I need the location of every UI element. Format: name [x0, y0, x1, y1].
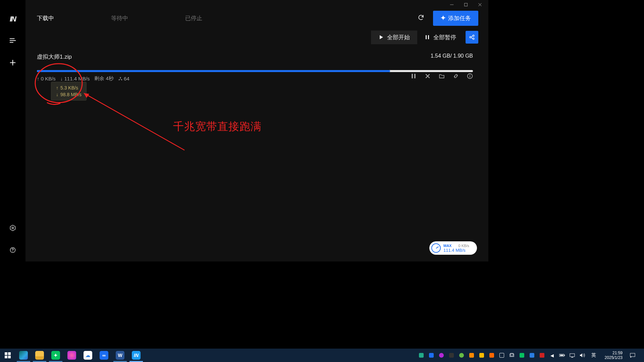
- speed-widget[interactable]: MAX0 KB/s 111.4 MB/s: [429, 241, 477, 255]
- item-actions: [411, 73, 473, 80]
- svg-rect-29: [5, 356, 7, 358]
- settings-icon[interactable]: [9, 225, 16, 233]
- svg-rect-27: [5, 352, 7, 355]
- tray-icon[interactable]: [459, 352, 465, 358]
- help-icon[interactable]: [9, 247, 16, 255]
- tray-icon[interactable]: [529, 352, 535, 358]
- tray-chevron-icon[interactable]: ◀: [549, 352, 555, 358]
- svg-rect-10: [428, 35, 429, 39]
- add-task-button[interactable]: ✦ 添加任务: [433, 11, 478, 26]
- info-button[interactable]: [467, 73, 473, 80]
- tooltip-upload: 5.3 KB/s: [60, 84, 78, 91]
- ime-indicator[interactable]: 英: [589, 352, 598, 358]
- arrow-up-icon: ↑: [56, 84, 58, 91]
- battery-icon[interactable]: [559, 352, 565, 358]
- tab-stopped[interactable]: 已停止: [185, 14, 202, 22]
- tray-icon[interactable]: [428, 352, 434, 358]
- tab-waiting[interactable]: 等待中: [111, 14, 128, 22]
- volume-icon[interactable]: [579, 352, 585, 358]
- tray-icon[interactable]: [448, 352, 454, 358]
- svg-rect-35: [560, 355, 563, 356]
- file-size: 1.54 GB/ 1.90 GB: [431, 53, 473, 59]
- action-bar: 全部开始 全部暂停: [371, 31, 478, 44]
- speed-tooltip: ↑5.3 KB/s ↓98.8 MB/s: [51, 82, 87, 101]
- clock[interactable]: 21:59 2025/1/23: [602, 351, 625, 360]
- svg-rect-32: [511, 353, 513, 356]
- svg-point-22: [470, 75, 470, 75]
- start-all-button[interactable]: 全部开始: [371, 31, 417, 44]
- tray-icon[interactable]: [509, 352, 515, 358]
- svg-rect-23: [470, 76, 470, 78]
- taskbar-app-pink[interactable]: [64, 349, 80, 362]
- pause-all-button[interactable]: 全部暂停: [417, 31, 464, 44]
- tab-bar: 下载中 等待中 已停止: [25, 14, 202, 22]
- tray-icon[interactable]: [479, 352, 485, 358]
- share-button[interactable]: [466, 31, 478, 44]
- svg-rect-17: [412, 74, 413, 78]
- download-item[interactable]: 虚拟大师1.zip 1.54 GB/ 1.90 GB ↑ 0 KB/s ↓ 11…: [37, 53, 473, 82]
- time-remaining: 剩余 4秒: [94, 75, 114, 82]
- pause-all-label: 全部暂停: [433, 34, 456, 41]
- file-name: 虚拟大师1.zip: [37, 53, 473, 61]
- refresh-button[interactable]: [418, 14, 424, 22]
- taskbar-wechat[interactable]: ✦: [48, 349, 64, 362]
- progress-fill: [37, 70, 390, 72]
- tray-icon[interactable]: [519, 352, 525, 358]
- app-window: IN 下载中 等待中 已停止 ✦ 添加任务 全部开始 全部暂: [0, 0, 488, 261]
- menu-icon[interactable]: [9, 37, 16, 46]
- svg-marker-4: [10, 225, 15, 231]
- show-desktop[interactable]: [640, 349, 642, 362]
- notifications-button[interactable]: [629, 349, 636, 362]
- tooltip-download: 98.8 MB/s: [60, 91, 82, 98]
- network-icon[interactable]: [569, 352, 575, 358]
- tray-icon[interactable]: [438, 352, 444, 358]
- taskbar-app-cloud[interactable]: ☁: [80, 349, 96, 362]
- clock-time: 21:59: [612, 351, 623, 355]
- delete-item-button[interactable]: [425, 73, 431, 80]
- svg-rect-9: [426, 35, 427, 39]
- progress-bar: [37, 70, 473, 72]
- taskbar-current-app[interactable]: IN: [128, 349, 144, 362]
- upload-speed: ↑ 0 KB/s: [37, 76, 56, 81]
- open-folder-button[interactable]: [439, 73, 445, 80]
- svg-rect-1: [465, 3, 468, 6]
- start-all-label: 全部开始: [387, 34, 410, 41]
- tray-icon[interactable]: [489, 352, 495, 358]
- tab-downloading[interactable]: 下载中: [37, 14, 54, 22]
- pause-item-button[interactable]: [411, 73, 417, 80]
- header: 下载中 等待中 已停止 ✦ 添加任务: [25, 10, 488, 26]
- clock-date: 2025/1/23: [605, 355, 623, 360]
- download-stats: ↑ 0 KB/s ↓ 111.4 MB/s 剩余 4秒 64: [37, 75, 473, 82]
- annotation-text: 千兆宽带直接跑满: [173, 119, 262, 134]
- copy-link-button[interactable]: [453, 73, 459, 80]
- taskbar-word[interactable]: W: [112, 349, 128, 362]
- tray-icon[interactable]: [418, 352, 424, 358]
- svg-rect-39: [630, 353, 635, 357]
- svg-marker-8: [380, 35, 383, 39]
- taskbar-explorer[interactable]: [32, 349, 48, 362]
- taskbar-app-blue[interactable]: ∞: [96, 349, 112, 362]
- svg-point-11: [470, 37, 471, 38]
- taskbar-edge[interactable]: [15, 349, 32, 362]
- maximize-button[interactable]: [464, 2, 468, 7]
- download-speed: ↓ 111.4 MB/s: [60, 76, 90, 81]
- svg-rect-34: [564, 355, 565, 356]
- close-button[interactable]: [478, 2, 482, 7]
- add-task-label: 添加任务: [448, 14, 471, 22]
- tray-icon[interactable]: [539, 352, 545, 358]
- svg-rect-36: [570, 354, 575, 357]
- svg-point-12: [473, 35, 474, 37]
- tray-icon[interactable]: [469, 352, 475, 358]
- start-button[interactable]: [0, 349, 15, 362]
- svg-rect-18: [414, 74, 415, 78]
- minimize-button[interactable]: [449, 2, 454, 7]
- svg-point-5: [12, 227, 14, 229]
- gauge-icon: [431, 243, 441, 253]
- add-icon[interactable]: [9, 59, 16, 68]
- svg-rect-28: [8, 352, 11, 355]
- app-logo: IN: [10, 15, 16, 23]
- svg-marker-38: [580, 353, 582, 357]
- speed-down: 111.4 MB/s: [443, 248, 469, 252]
- svg-point-14: [120, 77, 121, 78]
- tray-icon[interactable]: [499, 352, 505, 358]
